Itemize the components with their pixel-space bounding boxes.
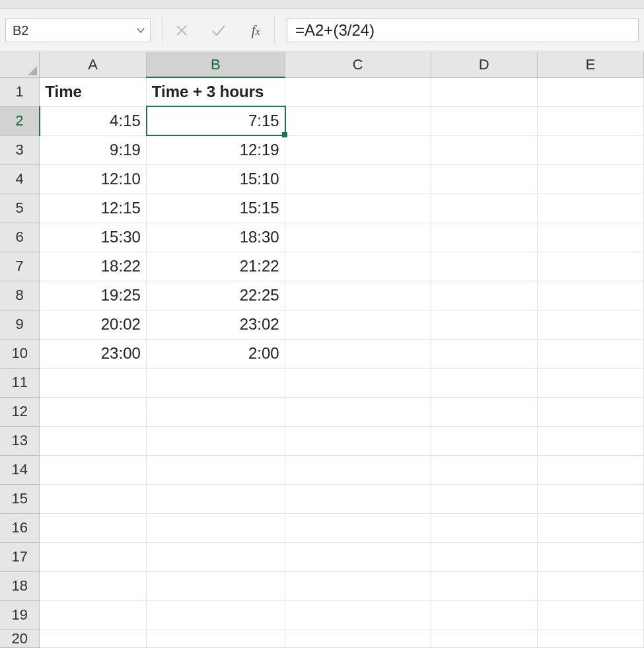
cell-A20[interactable] bbox=[40, 630, 147, 647]
cell-B12[interactable] bbox=[146, 397, 285, 426]
cell-D12[interactable] bbox=[431, 397, 537, 426]
cell-B17[interactable] bbox=[146, 542, 285, 571]
cell-D20[interactable] bbox=[431, 630, 537, 647]
cell-E5[interactable] bbox=[537, 194, 643, 223]
cell-E6[interactable] bbox=[537, 223, 643, 252]
cell-C12[interactable] bbox=[285, 397, 431, 426]
cell-E2[interactable] bbox=[537, 106, 643, 135]
row-header-18[interactable]: 18 bbox=[0, 571, 40, 600]
cell-E9[interactable] bbox=[537, 310, 643, 339]
cell-E4[interactable] bbox=[537, 164, 643, 194]
cell-A12[interactable] bbox=[40, 397, 147, 426]
formula-input-wrap[interactable] bbox=[287, 18, 639, 42]
cell-D11[interactable] bbox=[431, 368, 537, 397]
cell-B11[interactable] bbox=[146, 368, 285, 397]
cell-D16[interactable] bbox=[431, 513, 537, 542]
cell-E18[interactable] bbox=[537, 571, 643, 600]
row-header-14[interactable]: 14 bbox=[0, 455, 40, 484]
cell-A2[interactable]: 4:15 bbox=[40, 106, 147, 135]
cell-D3[interactable] bbox=[431, 135, 537, 164]
row-header-3[interactable]: 3 bbox=[0, 135, 40, 164]
cell-E20[interactable] bbox=[537, 630, 643, 647]
cell-D14[interactable] bbox=[431, 455, 537, 484]
cell-D15[interactable] bbox=[431, 484, 537, 513]
cell-E11[interactable] bbox=[537, 368, 643, 397]
cell-E14[interactable] bbox=[537, 455, 643, 484]
cell-C1[interactable] bbox=[285, 77, 431, 106]
column-header-B[interactable]: B bbox=[146, 52, 285, 77]
row-header-5[interactable]: 5 bbox=[0, 194, 40, 223]
cell-C15[interactable] bbox=[285, 484, 431, 513]
cell-B1[interactable]: Time + 3 hours bbox=[146, 77, 285, 106]
cell-E12[interactable] bbox=[537, 397, 643, 426]
row-header-4[interactable]: 4 bbox=[0, 164, 40, 194]
cell-C6[interactable] bbox=[285, 223, 431, 252]
cell-C4[interactable] bbox=[285, 164, 431, 194]
select-all-corner[interactable] bbox=[0, 52, 40, 77]
row-header-19[interactable]: 19 bbox=[0, 600, 40, 630]
cell-B20[interactable] bbox=[146, 630, 285, 647]
cell-E16[interactable] bbox=[537, 513, 643, 542]
name-box[interactable]: B2 bbox=[5, 18, 151, 42]
row-header-7[interactable]: 7 bbox=[0, 252, 40, 281]
column-header-D[interactable]: D bbox=[431, 52, 537, 77]
insert-function-button[interactable]: fx bbox=[237, 18, 274, 43]
cell-A7[interactable]: 18:22 bbox=[40, 252, 147, 281]
cell-A13[interactable] bbox=[40, 426, 147, 455]
cell-C3[interactable] bbox=[285, 135, 431, 164]
column-header-A[interactable]: A bbox=[40, 52, 147, 77]
cell-B14[interactable] bbox=[146, 455, 285, 484]
cell-A17[interactable] bbox=[40, 542, 147, 571]
row-header-6[interactable]: 6 bbox=[0, 223, 40, 252]
cell-B9[interactable]: 23:02 bbox=[146, 310, 285, 339]
cell-C8[interactable] bbox=[285, 281, 431, 310]
cell-E1[interactable] bbox=[537, 77, 643, 106]
cell-B3[interactable]: 12:19 bbox=[146, 135, 285, 164]
cell-D5[interactable] bbox=[431, 194, 537, 223]
cell-D8[interactable] bbox=[431, 281, 537, 310]
cell-B15[interactable] bbox=[146, 484, 285, 513]
cell-D4[interactable] bbox=[431, 164, 537, 194]
cell-C14[interactable] bbox=[285, 455, 431, 484]
cell-C11[interactable] bbox=[285, 368, 431, 397]
column-header-E[interactable]: E bbox=[537, 52, 643, 77]
column-header-C[interactable]: C bbox=[285, 52, 431, 77]
cell-C2[interactable] bbox=[285, 106, 431, 135]
cell-D2[interactable] bbox=[431, 106, 537, 135]
cell-E8[interactable] bbox=[537, 281, 643, 310]
cell-B4[interactable]: 15:10 bbox=[146, 164, 285, 194]
cell-B19[interactable] bbox=[146, 600, 285, 630]
row-header-9[interactable]: 9 bbox=[0, 310, 40, 339]
cell-A15[interactable] bbox=[40, 484, 147, 513]
cell-D13[interactable] bbox=[431, 426, 537, 455]
row-header-11[interactable]: 11 bbox=[0, 368, 40, 397]
row-header-20[interactable]: 20 bbox=[0, 630, 40, 647]
cell-C17[interactable] bbox=[285, 542, 431, 571]
cell-D19[interactable] bbox=[431, 600, 537, 630]
cell-B7[interactable]: 21:22 bbox=[146, 252, 285, 281]
cell-D10[interactable] bbox=[431, 339, 537, 368]
cell-B16[interactable] bbox=[146, 513, 285, 542]
cell-B2[interactable]: 7:15 bbox=[146, 106, 285, 135]
cell-A5[interactable]: 12:15 bbox=[40, 194, 147, 223]
cell-D18[interactable] bbox=[431, 571, 537, 600]
cell-A14[interactable] bbox=[40, 455, 147, 484]
cell-B18[interactable] bbox=[146, 571, 285, 600]
cell-B8[interactable]: 22:25 bbox=[146, 281, 285, 310]
row-header-15[interactable]: 15 bbox=[0, 484, 40, 513]
cell-E15[interactable] bbox=[537, 484, 643, 513]
spreadsheet-grid[interactable]: ABCDE 1TimeTime + 3 hours24:157:1539:191… bbox=[0, 52, 644, 648]
row-header-1[interactable]: 1 bbox=[0, 77, 40, 106]
cell-C19[interactable] bbox=[285, 600, 431, 630]
row-header-16[interactable]: 16 bbox=[0, 513, 40, 542]
cell-B5[interactable]: 15:15 bbox=[146, 194, 285, 223]
row-header-10[interactable]: 10 bbox=[0, 339, 40, 368]
row-header-13[interactable]: 13 bbox=[0, 426, 40, 455]
cell-E17[interactable] bbox=[537, 542, 643, 571]
formula-input[interactable] bbox=[295, 21, 630, 40]
cell-A3[interactable]: 9:19 bbox=[40, 135, 147, 164]
cell-D7[interactable] bbox=[431, 252, 537, 281]
cell-A19[interactable] bbox=[40, 600, 147, 630]
cell-D9[interactable] bbox=[431, 310, 537, 339]
cell-D17[interactable] bbox=[431, 542, 537, 571]
